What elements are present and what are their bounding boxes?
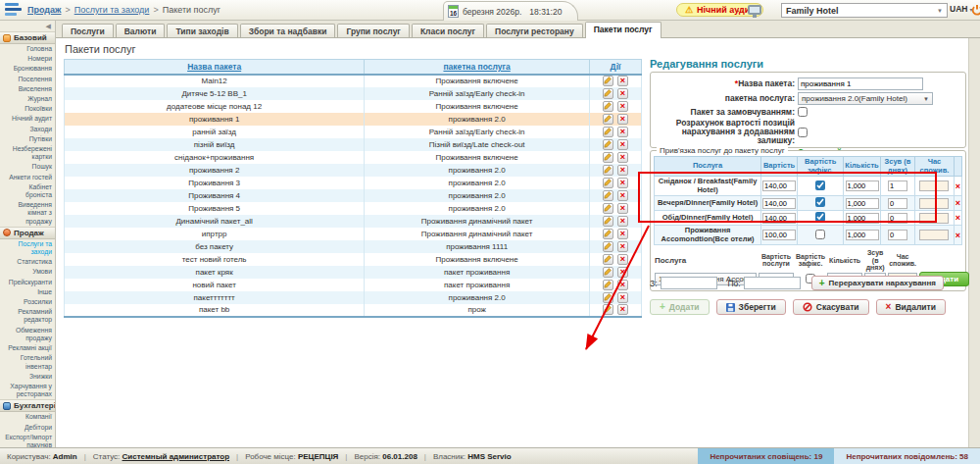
- shift-input[interactable]: [888, 230, 907, 240]
- currency-select[interactable]: UAH ▾: [950, 4, 973, 14]
- edit-row-button[interactable]: [603, 76, 613, 86]
- sidebar-section-header[interactable]: Базовий: [0, 31, 55, 44]
- delete-row-button[interactable]: ×: [617, 203, 628, 214]
- delete-binding-button[interactable]: ×: [956, 213, 960, 223]
- sidebar-collapse-icon[interactable]: ◀: [0, 21, 55, 31]
- sidebar-item[interactable]: Кабінет броніста: [0, 182, 55, 200]
- power-icon[interactable]: [971, 4, 980, 19]
- sidebar-item[interactable]: Головна: [0, 44, 55, 54]
- edit-row-button[interactable]: [603, 280, 613, 290]
- edit-row-button[interactable]: [603, 304, 613, 315]
- time-input[interactable]: [919, 230, 949, 240]
- delete-row-button[interactable]: ×: [617, 304, 628, 315]
- delete-row-button[interactable]: ×: [617, 76, 628, 86]
- tab-5[interactable]: Класи послуг: [412, 24, 484, 38]
- tab-6[interactable]: Послуги ресторану: [486, 24, 583, 38]
- binding-column-header[interactable]: Вартість зафікс.: [798, 157, 844, 177]
- quantity-input[interactable]: [846, 180, 879, 191]
- tab-4[interactable]: Групи послуг: [337, 24, 410, 38]
- table-row[interactable]: сніданок+проживанняПроживання включене×: [65, 151, 642, 164]
- delete-row-button[interactable]: ×: [617, 152, 628, 163]
- delete-row-button[interactable]: ×: [617, 101, 628, 112]
- edit-row-button[interactable]: [603, 241, 613, 252]
- edit-row-button[interactable]: [603, 254, 613, 265]
- sidebar-item[interactable]: Бронювання: [0, 64, 55, 74]
- table-row[interactable]: Динамічний пакет_allПроживання динамічни…: [65, 215, 642, 228]
- to-date-input[interactable]: [744, 277, 801, 289]
- table-row[interactable]: Дитяче 5-12 BB_1Ранній заїзд/Early check…: [65, 87, 642, 100]
- edit-row-button[interactable]: [603, 178, 613, 188]
- cost-input[interactable]: [762, 180, 796, 191]
- sidebar-item[interactable]: Компанії: [0, 412, 55, 422]
- delete-row-button[interactable]: ×: [617, 178, 628, 188]
- notification-badge[interactable]: Непрочитаних повідомлень: 58: [834, 448, 980, 464]
- shift-input[interactable]: [888, 198, 907, 209]
- delete-row-button[interactable]: ×: [617, 254, 628, 265]
- time-input[interactable]: [919, 213, 949, 224]
- tab-3[interactable]: Збори та надбавки: [240, 24, 336, 38]
- sidebar-section-header[interactable]: Бухгалтерія: [0, 399, 55, 412]
- edit-row-button[interactable]: [603, 229, 613, 239]
- shift-input[interactable]: [888, 180, 907, 191]
- sidebar-item[interactable]: Рекламні акції: [0, 343, 55, 353]
- fixed-checkbox[interactable]: [815, 180, 825, 190]
- fixed-checkbox[interactable]: [815, 230, 825, 239]
- tab-0[interactable]: Послуги: [62, 24, 114, 38]
- tab-7[interactable]: Пакети послуг: [585, 22, 662, 38]
- package-name-input[interactable]: [798, 77, 923, 90]
- sidebar-item[interactable]: Нічний аудит: [0, 114, 55, 124]
- sidebar-item[interactable]: Інше: [0, 287, 55, 297]
- notification-badge[interactable]: Непрочитаних сповіщень: 19: [698, 448, 834, 464]
- sidebar-item[interactable]: Дебітори: [0, 423, 55, 433]
- edit-row-button[interactable]: [603, 190, 613, 201]
- sidebar-item[interactable]: Рекламний редактор: [0, 307, 55, 325]
- sidebar-section-header[interactable]: Продаж: [0, 227, 55, 239]
- delete-row-button[interactable]: ×: [617, 190, 628, 201]
- table-row[interactable]: ранній заїздРанній заїзд/Early check-in×: [65, 126, 642, 138]
- add-button[interactable]: +Додати: [650, 299, 710, 315]
- sidebar-item[interactable]: Незбережені картки: [0, 144, 55, 162]
- edit-row-button[interactable]: [603, 114, 613, 125]
- edit-row-button[interactable]: [603, 165, 613, 176]
- sidebar-item[interactable]: Анкети гостей: [0, 173, 55, 182]
- sidebar-item[interactable]: Путівки: [0, 134, 55, 144]
- default-package-checkbox[interactable]: [798, 107, 808, 117]
- table-row[interactable]: пакетттттттпроживання 2.0×: [65, 291, 642, 304]
- binding-column-header[interactable]: Зсув (в днях): [880, 157, 915, 177]
- quantity-input[interactable]: [846, 230, 879, 240]
- time-input[interactable]: [919, 198, 949, 209]
- edit-row-button[interactable]: [603, 267, 613, 278]
- delete-row-button[interactable]: ×: [617, 292, 628, 303]
- sidebar-item[interactable]: Номери: [0, 54, 55, 64]
- sidebar-item[interactable]: Пошук: [0, 162, 55, 172]
- binding-column-header[interactable]: Кількість: [844, 157, 880, 177]
- sidebar-item[interactable]: Знижки: [0, 372, 55, 382]
- edit-row-button[interactable]: [603, 101, 613, 112]
- sidebar-item[interactable]: Поселення: [0, 75, 55, 84]
- package-service-select[interactable]: проживання 2.0(Family Hotel) ▼: [798, 92, 933, 105]
- delete-row-button[interactable]: ×: [617, 267, 628, 278]
- delete-binding-button[interactable]: ×: [956, 231, 960, 240]
- cancel-button[interactable]: Скасувати: [793, 299, 869, 315]
- fixed-checkbox[interactable]: [815, 212, 825, 222]
- quantity-input[interactable]: [846, 198, 879, 209]
- save-button[interactable]: Зберегти: [716, 299, 786, 315]
- cost-input[interactable]: [762, 213, 796, 224]
- edit-row-button[interactable]: [603, 203, 613, 214]
- sidebar-item[interactable]: Заходи: [0, 125, 55, 134]
- edit-row-button[interactable]: [603, 88, 613, 99]
- table-row[interactable]: Проживання 3проживання 2.0×: [65, 177, 642, 189]
- delete-button[interactable]: ×Видалити: [876, 299, 946, 315]
- sidebar-item[interactable]: Послуги та заходи: [0, 239, 55, 257]
- sidebar-item[interactable]: Обмеження продажу: [0, 326, 55, 343]
- delete-row-button[interactable]: ×: [617, 88, 628, 99]
- sidebar-item[interactable]: Експорт/Імпорт пакунків: [0, 433, 55, 447]
- table-row[interactable]: пакет bbпрож×: [65, 304, 642, 317]
- table-row[interactable]: проживання 1проживання 2.0×: [65, 113, 642, 126]
- table-row[interactable]: проживання 2проживання 2.0×: [65, 164, 642, 177]
- delete-row-button[interactable]: ×: [617, 127, 628, 137]
- cost-input[interactable]: [762, 230, 796, 240]
- table-row[interactable]: додатеове місце понад 12Проживання включ…: [65, 100, 642, 113]
- delete-row-button[interactable]: ×: [617, 165, 628, 176]
- sidebar-item[interactable]: Покоївки: [0, 104, 55, 114]
